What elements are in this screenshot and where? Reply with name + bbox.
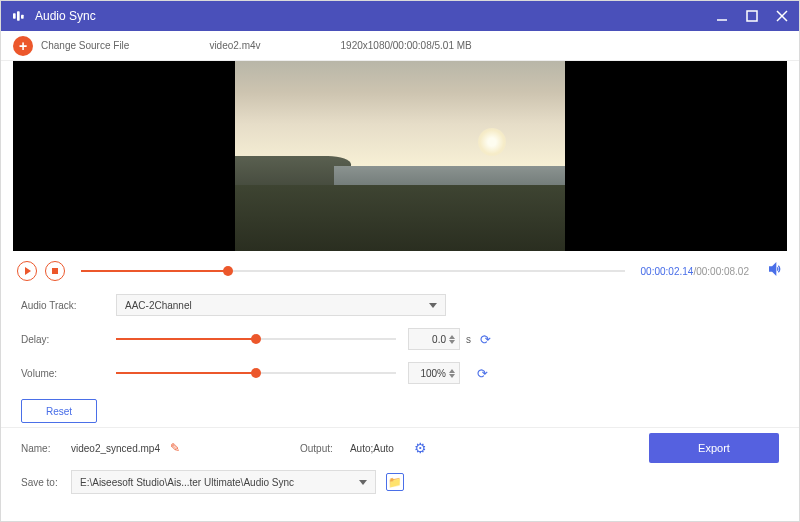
change-source-button[interactable] — [13, 36, 33, 56]
delay-spin-up[interactable] — [449, 335, 455, 339]
svg-marker-7 — [770, 264, 776, 275]
volume-icon[interactable] — [767, 261, 783, 281]
volume-spin-up[interactable] — [449, 369, 455, 373]
volume-reset-icon[interactable]: ⟳ — [475, 365, 491, 381]
play-icon — [25, 267, 31, 275]
source-infobar: Change Source File video2.m4v 1920x1080/… — [1, 31, 799, 61]
window-controls — [715, 9, 789, 23]
export-button[interactable]: Export — [649, 433, 779, 463]
source-specs: 1920x1080/00:00:08/5.01 MB — [341, 40, 472, 51]
delay-reset-icon[interactable]: ⟳ — [477, 331, 493, 347]
footer: Name: video2_synced.mp4 ✎ Output: Auto;A… — [1, 427, 799, 504]
svg-rect-1 — [17, 11, 20, 20]
source-filename: video2.m4v — [209, 40, 260, 51]
chevron-down-icon — [429, 303, 437, 308]
app-icon — [11, 8, 27, 24]
delay-spin-down[interactable] — [449, 340, 455, 344]
save-label: Save to: — [21, 477, 71, 488]
audio-controls: Audio Track: AAC-2Channel Delay: 0.0 s ⟳… — [1, 285, 799, 393]
delay-label: Delay: — [21, 334, 116, 345]
stop-button[interactable] — [45, 261, 65, 281]
chevron-down-icon — [359, 480, 367, 485]
output-value: Auto;Auto — [350, 443, 394, 454]
volume-slider[interactable] — [116, 372, 396, 374]
delay-unit: s — [466, 334, 471, 345]
name-label: Name: — [21, 443, 71, 454]
svg-rect-0 — [13, 13, 16, 18]
delay-value-input[interactable]: 0.0 — [408, 328, 460, 350]
open-folder-icon[interactable]: 📁 — [386, 473, 404, 491]
volume-label: Volume: — [21, 368, 116, 379]
svg-rect-2 — [21, 15, 24, 19]
volume-spin-down[interactable] — [449, 374, 455, 378]
time-display: 00:00:02.14/00:00:08.02 — [641, 266, 749, 277]
save-path-select[interactable]: E:\Aiseesoft Studio\Ais...ter Ultimate\A… — [71, 470, 376, 494]
volume-value-input[interactable]: 100% — [408, 362, 460, 384]
edit-name-icon[interactable]: ✎ — [170, 441, 180, 455]
change-source-label: Change Source File — [41, 40, 129, 51]
audio-track-label: Audio Track: — [21, 300, 116, 311]
app-title: Audio Sync — [35, 9, 715, 23]
maximize-button[interactable] — [745, 9, 759, 23]
svg-rect-4 — [747, 11, 757, 21]
play-button[interactable] — [17, 261, 37, 281]
output-settings-icon[interactable]: ⚙ — [414, 440, 427, 456]
delay-slider[interactable] — [116, 338, 396, 340]
close-button[interactable] — [775, 9, 789, 23]
stop-icon — [52, 268, 58, 274]
audio-track-select[interactable]: AAC-2Channel — [116, 294, 446, 316]
progress-slider[interactable] — [81, 270, 625, 272]
video-preview[interactable] — [13, 61, 787, 251]
output-label: Output: — [300, 443, 350, 454]
output-name: video2_synced.mp4 — [71, 443, 160, 454]
minimize-button[interactable] — [715, 9, 729, 23]
window: Audio Sync Change Source File video2.m4v… — [0, 0, 800, 522]
reset-button[interactable]: Reset — [21, 399, 97, 423]
video-frame — [235, 61, 565, 251]
playback-bar: 00:00:02.14/00:00:08.02 — [1, 257, 799, 285]
titlebar: Audio Sync — [1, 1, 799, 31]
